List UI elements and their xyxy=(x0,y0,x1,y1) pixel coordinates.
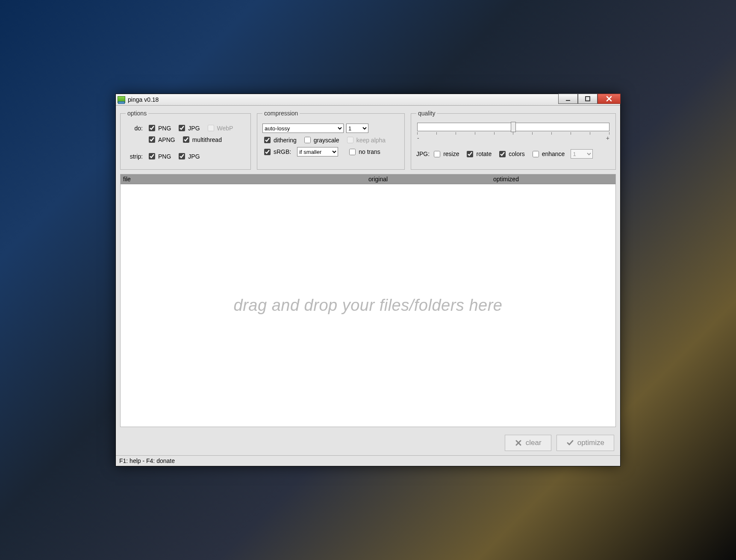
window-controls xyxy=(558,94,621,103)
keepalpha-check: keep alpha xyxy=(345,136,386,144)
maximize-button[interactable] xyxy=(578,94,598,104)
clear-icon xyxy=(515,439,522,447)
notrans-check[interactable]: no trans xyxy=(347,147,380,156)
quality-panel: quality - + JPG: resize rotate colors en… xyxy=(411,110,616,170)
compression-panel: compression auto-lossy 1 dithering grays… xyxy=(257,110,405,170)
srgb-mode-select[interactable]: if smaller xyxy=(297,147,338,156)
strip-label: strip: xyxy=(126,153,143,160)
srgb-check[interactable]: sRGB: xyxy=(262,147,291,156)
app-window: pinga v0.18 options do: PNG JPG WebP xyxy=(115,94,621,466)
optimize-button[interactable]: optimize xyxy=(556,435,614,451)
grayscale-check[interactable]: grayscale xyxy=(303,136,339,144)
maximize-icon xyxy=(585,96,591,102)
clear-button[interactable]: clear xyxy=(505,435,551,451)
col-file[interactable]: file xyxy=(121,176,366,183)
optimize-label: optimize xyxy=(577,439,604,447)
jpg-enhance-check[interactable]: enhance xyxy=(531,150,565,159)
quality-minus: - xyxy=(417,135,419,141)
options-panel: options do: PNG JPG WebP APNG multithrea… xyxy=(120,110,251,170)
strip-png[interactable]: PNG xyxy=(147,152,171,161)
panels-row: options do: PNG JPG WebP APNG multithrea… xyxy=(120,110,616,170)
quality-range-labels: - + xyxy=(417,135,609,141)
quality-jpg-label: JPG: xyxy=(416,150,430,157)
status-bar: F1: help - F4: donate xyxy=(116,455,620,466)
optimize-icon xyxy=(566,439,574,447)
strip-jpg[interactable]: JPG xyxy=(177,152,200,161)
quality-plus: + xyxy=(606,135,609,141)
file-list[interactable]: file original optimized drag and drop yo… xyxy=(120,174,616,427)
dithering-check[interactable]: dithering xyxy=(262,136,297,144)
drop-zone[interactable]: drag and drop your files/folders here xyxy=(121,184,615,427)
client-area: options do: PNG JPG WebP APNG multithrea… xyxy=(116,106,620,455)
quality-legend: quality xyxy=(416,110,437,117)
jpg-rotate-check[interactable]: rotate xyxy=(465,150,492,159)
minimize-icon xyxy=(565,96,571,102)
window-title: pinga v0.18 xyxy=(128,96,159,103)
app-icon xyxy=(118,96,125,103)
close-icon xyxy=(606,95,612,102)
close-button[interactable] xyxy=(598,94,621,104)
options-legend: options xyxy=(126,110,148,117)
quality-slider-thumb[interactable] xyxy=(511,122,516,132)
clear-label: clear xyxy=(526,439,542,447)
do-jpg[interactable]: JPG xyxy=(177,124,200,133)
compression-mode-select[interactable]: auto-lossy xyxy=(262,124,344,133)
drop-hint: drag and drop your files/folders here xyxy=(234,296,503,315)
titlebar[interactable]: pinga v0.18 xyxy=(116,94,620,106)
svg-rect-1 xyxy=(586,97,590,101)
status-text: F1: help - F4: donate xyxy=(119,457,175,464)
minimize-button[interactable] xyxy=(558,94,578,104)
do-label: do: xyxy=(126,125,143,132)
do-multithread[interactable]: multithread xyxy=(181,135,222,144)
do-png[interactable]: PNG xyxy=(147,124,171,133)
compression-level-select[interactable]: 1 xyxy=(346,124,368,133)
svg-rect-0 xyxy=(566,100,570,101)
do-apng[interactable]: APNG xyxy=(147,135,175,144)
compression-legend: compression xyxy=(262,110,300,117)
jpg-colors-check[interactable]: colors xyxy=(498,150,524,159)
col-original[interactable]: original xyxy=(366,176,491,183)
enhance-level-select[interactable]: 1 xyxy=(571,149,593,159)
jpg-resize-check[interactable]: resize xyxy=(432,150,459,159)
col-optimized[interactable]: optimized xyxy=(491,176,615,183)
bottom-bar: clear optimize xyxy=(120,431,616,455)
quality-slider[interactable] xyxy=(417,123,609,131)
do-webp: WebP xyxy=(206,124,233,133)
file-list-header: file original optimized xyxy=(121,174,615,184)
